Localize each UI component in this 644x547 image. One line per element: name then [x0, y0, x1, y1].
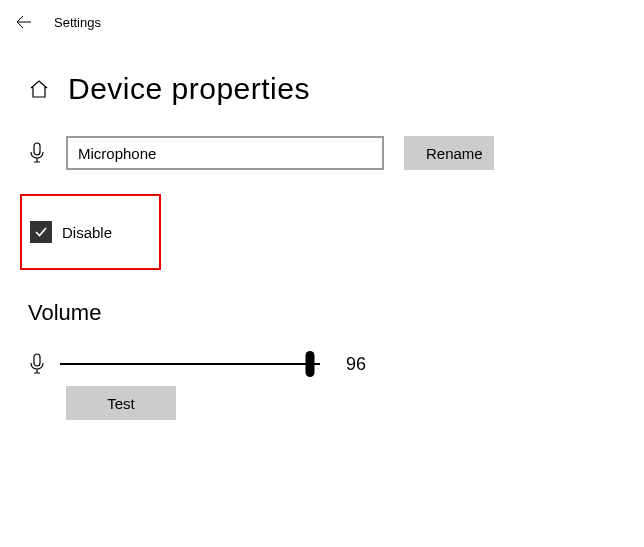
disable-label: Disable [62, 224, 112, 241]
slider-track [60, 363, 320, 365]
rename-button[interactable]: Rename [404, 136, 494, 170]
checkmark-icon [33, 224, 49, 240]
highlight-annotation: Disable [20, 194, 161, 270]
disable-checkbox[interactable]: Disable [30, 221, 112, 243]
page-title: Device properties [68, 72, 310, 106]
device-name-input[interactable] [66, 136, 384, 170]
test-button[interactable]: Test [66, 386, 176, 420]
checkbox-box [30, 221, 52, 243]
svg-rect-0 [34, 143, 40, 155]
header-title: Settings [54, 15, 101, 30]
home-icon[interactable] [28, 78, 50, 100]
slider-thumb[interactable] [305, 351, 314, 377]
svg-rect-1 [34, 354, 40, 366]
back-button[interactable] [16, 14, 32, 30]
microphone-icon [28, 141, 46, 165]
volume-section-title: Volume [28, 300, 614, 326]
arrow-left-icon [16, 14, 32, 30]
volume-value: 96 [346, 354, 366, 375]
volume-slider[interactable] [60, 352, 320, 376]
microphone-icon [28, 352, 46, 376]
